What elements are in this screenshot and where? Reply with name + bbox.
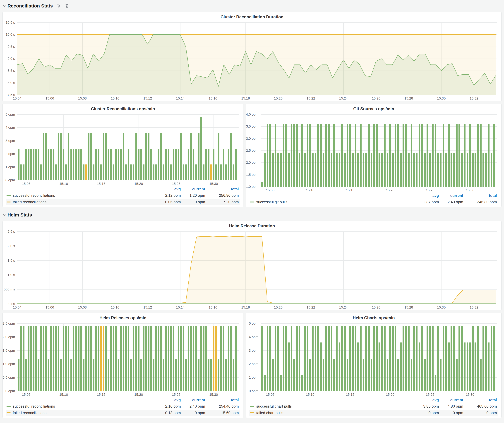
panel-title[interactable]: Helm Release Duration	[3, 221, 501, 229]
svg-text:15:15: 15:15	[97, 182, 105, 186]
panel-helm-release-duration: Helm Release Duration 0 ns500 ms1.0 s1.5…	[2, 221, 502, 310]
chart-helm-release-duration[interactable]: 0 ns500 ms1.0 s1.5 s2.0 s2.5 s15:0415:06…	[3, 229, 501, 310]
panel-title[interactable]: Cluster Reconciliations ops/min	[3, 104, 243, 112]
svg-text:1 opm: 1 opm	[6, 165, 15, 169]
series-swatch[interactable]	[6, 406, 11, 407]
svg-text:15:30: 15:30	[437, 96, 445, 100]
svg-text:8.5 s: 8.5 s	[7, 69, 15, 73]
panel-helm-releases-opm: Helm Releases ops/min 0 opm0.5 opm1.0 op…	[2, 313, 243, 418]
svg-text:15:10: 15:10	[59, 182, 68, 186]
series-swatch[interactable]	[250, 412, 254, 413]
svg-text:15:05: 15:05	[266, 188, 275, 192]
panel-helm-charts-opm: Helm Charts ops/min 0 opm1 opm2 opm3 opm…	[246, 313, 502, 418]
series-name[interactable]: successful reconciliations	[13, 193, 55, 198]
panel-title[interactable]: Helm Charts ops/min	[246, 313, 501, 321]
legend-current-value: 2.40 opm	[440, 199, 464, 205]
gear-icon[interactable]	[57, 4, 61, 8]
svg-text:15:08: 15:08	[78, 306, 87, 309]
section-title[interactable]: Helm Stats	[7, 212, 32, 217]
svg-text:15:25: 15:25	[172, 393, 180, 397]
legend-header-total[interactable]: total	[206, 397, 240, 403]
legend-row: failed chart pulls 0 opm 0 opm 0 opm	[249, 410, 498, 416]
legend: avg current total successful reconciliat…	[3, 186, 243, 207]
svg-text:15:32: 15:32	[470, 96, 478, 100]
svg-text:1.0 opm: 1.0 opm	[246, 185, 258, 189]
svg-text:15:08: 15:08	[78, 96, 87, 100]
chart-helm-releases-opm[interactable]: 0 opm0.5 opm1.0 opm1.5 opm2.0 opm2.5 opm…	[3, 321, 243, 397]
legend-avg-value: 0.06 opm	[151, 199, 182, 205]
panel-title[interactable]: Cluster Reconciliation Duration	[3, 12, 501, 20]
svg-text:15:30: 15:30	[209, 182, 218, 186]
legend-header-avg[interactable]: avg	[409, 193, 440, 199]
legend-header-avg[interactable]: avg	[151, 186, 182, 192]
svg-text:15:06: 15:06	[46, 96, 54, 100]
legend-total-value: 7.20 opm	[206, 199, 240, 205]
legend-current-value: 0 opm	[182, 410, 206, 416]
legend-current-value: 2.40 opm	[182, 403, 206, 410]
section-header-reconciliation-stats[interactable]: Reconciliation Stats	[2, 2, 502, 10]
svg-text:5 opm: 5 opm	[249, 322, 258, 325]
svg-text:3.5 opm: 3.5 opm	[246, 124, 258, 128]
legend-header-total[interactable]: total	[206, 186, 240, 192]
svg-text:15:26: 15:26	[372, 306, 380, 309]
series-swatch[interactable]	[250, 201, 254, 202]
legend-avg-value: 2.10 opm	[151, 403, 182, 410]
svg-text:7.5 s: 7.5 s	[7, 93, 15, 97]
svg-text:15:25: 15:25	[426, 393, 434, 397]
svg-text:15:10: 15:10	[306, 188, 314, 192]
legend-header-avg[interactable]: avg	[151, 397, 182, 403]
chart-cluster-reconciliation-duration[interactable]: 7.5 s8.0 s8.5 s9.0 s9.5 s10.0 s10.5 s15:…	[3, 20, 501, 101]
svg-text:15:20: 15:20	[274, 96, 282, 100]
svg-text:15:15: 15:15	[346, 393, 354, 397]
svg-text:8.0 s: 8.0 s	[7, 81, 15, 85]
section-title[interactable]: Reconciliation Stats	[7, 3, 53, 9]
chevron-down-icon[interactable]	[2, 4, 6, 8]
panel-cluster-reconciliations-opm: Cluster Reconciliations ops/min 0 opm1 o…	[2, 104, 243, 207]
legend-header-avg[interactable]: avg	[409, 397, 440, 403]
series-name[interactable]: failed reconciliations	[13, 200, 47, 204]
svg-text:15:14: 15:14	[176, 96, 185, 100]
svg-text:2.0 opm: 2.0 opm	[246, 161, 258, 164]
svg-text:9.0 s: 9.0 s	[7, 57, 15, 61]
series-swatch[interactable]	[6, 412, 11, 413]
svg-text:4.0 opm: 4.0 opm	[246, 112, 258, 116]
legend-current-value: 0 opm	[440, 410, 464, 416]
svg-text:15:25: 15:25	[172, 182, 180, 186]
svg-text:15:30: 15:30	[466, 188, 474, 192]
legend-header-total[interactable]: total	[464, 397, 498, 403]
legend-header-total[interactable]: total	[464, 193, 498, 199]
chevron-down-icon[interactable]	[2, 213, 6, 217]
svg-text:1 opm: 1 opm	[249, 376, 258, 379]
legend-header-current[interactable]: current	[440, 397, 464, 403]
svg-text:0.5 opm: 0.5 opm	[3, 376, 15, 379]
svg-text:15:05: 15:05	[266, 393, 275, 397]
legend-row: successful git pulls 2.87 opm 2.40 opm 3…	[249, 199, 498, 205]
panel-title[interactable]: Helm Releases ops/min	[3, 313, 243, 321]
series-swatch[interactable]	[250, 406, 254, 407]
chart-cluster-reconciliations-opm[interactable]: 0 opm1 opm2 opm3 opm4 opm5 opm15:0515:10…	[3, 112, 243, 186]
series-name[interactable]: successful chart pulls	[256, 404, 292, 409]
series-name[interactable]: successful reconciliations	[13, 404, 55, 409]
svg-text:15:06: 15:06	[46, 306, 54, 309]
legend-header-current[interactable]: current	[182, 397, 206, 403]
svg-text:15:20: 15:20	[274, 306, 282, 309]
legend-header-current[interactable]: current	[182, 186, 206, 192]
legend-header: avg current total	[6, 186, 240, 192]
series-name[interactable]: successful git pulls	[256, 200, 287, 204]
chart-helm-charts-opm[interactable]: 0 opm1 opm2 opm3 opm4 opm5 opm15:0515:10…	[246, 321, 501, 397]
chart-git-sources-opm[interactable]: 1.0 opm1.5 opm2.0 opm2.5 opm3.0 opm3.5 o…	[246, 112, 501, 193]
series-swatch[interactable]	[6, 201, 11, 202]
section-header-helm-stats[interactable]: Helm Stats	[2, 211, 502, 219]
series-name[interactable]: failed chart pulls	[256, 411, 283, 415]
legend-current-value: 0 opm	[182, 199, 206, 205]
series-swatch[interactable]	[6, 195, 11, 196]
svg-text:15:30: 15:30	[466, 393, 474, 397]
trash-icon[interactable]	[65, 4, 69, 8]
panel-title[interactable]: Git Sources ops/min	[246, 104, 501, 112]
svg-text:0 ns: 0 ns	[8, 302, 15, 306]
series-name[interactable]: failed reconciliations	[13, 411, 47, 415]
legend-header-current[interactable]: current	[440, 193, 464, 199]
svg-text:2.0 opm: 2.0 opm	[3, 335, 15, 339]
legend-header: avg current total	[6, 397, 240, 403]
legend-total-value: 15.60 opm	[206, 410, 240, 416]
